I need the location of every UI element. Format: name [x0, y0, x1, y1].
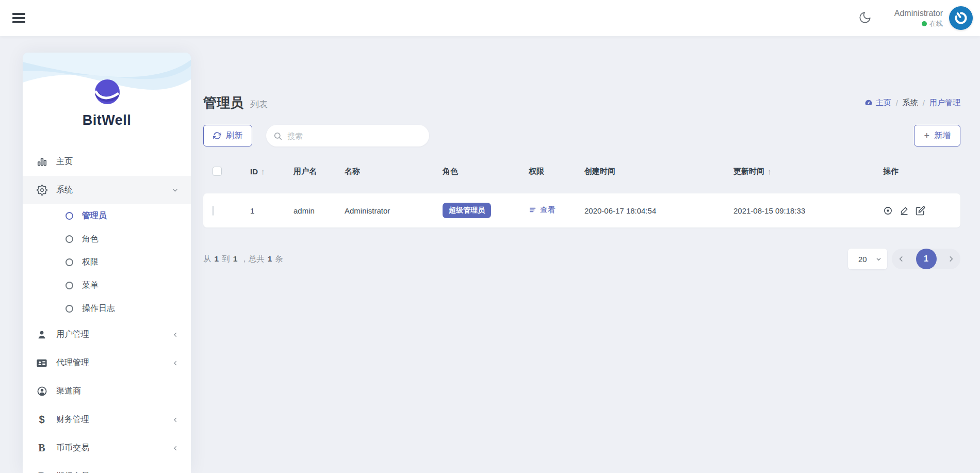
circle-icon [66, 258, 73, 266]
cell-updated-at: 2021-08-15 09:18:33 [724, 206, 874, 215]
row-checkbox[interactable] [213, 206, 214, 216]
select-all-checkbox[interactable] [213, 167, 222, 176]
user-name: Administrator [894, 8, 943, 18]
sidebar-item-permissions[interactable]: 权限 [23, 251, 191, 274]
sidebar-item-home[interactable]: 主页 [23, 148, 191, 176]
search-input[interactable] [287, 132, 416, 140]
sidebar-item-label: 菜单 [82, 280, 99, 291]
quick-edit-button[interactable] [900, 206, 909, 215]
col-updated-at: 更新时间↑ [724, 167, 874, 176]
sidebar-item-operation-log[interactable]: 操作日志 [23, 297, 191, 320]
sidebar-item-menu[interactable]: 菜单 [23, 274, 191, 297]
brand-name: BitWell [23, 112, 191, 128]
sidebar-item-user-management[interactable]: 用户管理 [23, 320, 191, 349]
cell-username: admin [284, 206, 335, 215]
sidebar-item-label: 币币交易 [56, 443, 89, 453]
list-icon [529, 206, 537, 214]
view-button[interactable] [883, 206, 893, 216]
pagination-summary: 从1 到1 ，总共1 条 [203, 254, 283, 265]
sidebar-item-label: 代理管理 [56, 357, 89, 368]
search-box [266, 125, 429, 146]
sidebar-item-spot-trading[interactable]: B 币币交易 [23, 434, 191, 462]
online-dot-icon [922, 21, 927, 26]
toolbar: 刷新 + 新增 [203, 125, 960, 146]
sidebar-item-administrators[interactable]: 管理员 [23, 204, 191, 227]
sidebar-item-options-trading[interactable]: B 期权交易 [23, 462, 191, 473]
sidebar-item-label: 用户管理 [56, 329, 89, 340]
col-created-at: 创建时间 [575, 167, 724, 176]
gear-icon [35, 185, 48, 195]
cell-name: Administrator [335, 206, 433, 215]
chevron-left-icon [897, 255, 905, 263]
sidebar-item-channel[interactable]: 渠道商 [23, 377, 191, 405]
breadcrumb-system: 系统 [903, 98, 918, 108]
titles: 管理员 列表 [203, 94, 268, 112]
refresh-icon [213, 132, 221, 140]
refresh-button[interactable]: 刷新 [203, 125, 252, 146]
power-logo-icon [953, 10, 969, 26]
page-head: 管理员 列表 主页 / 系统 / 用户管理 [203, 91, 960, 115]
sidebar-item-label: 操作日志 [82, 303, 115, 314]
sidebar-item-finance[interactable]: $ 财务管理 [23, 405, 191, 434]
online-label: 在线 [929, 19, 943, 28]
col-name: 名称 [335, 167, 433, 176]
dollar-icon: $ [35, 414, 48, 426]
view-permissions-link[interactable]: 查看 [529, 205, 556, 215]
btc-icon: B [35, 470, 48, 473]
chevron-left-icon [172, 445, 178, 451]
chevron-left-icon [172, 360, 178, 366]
sidebar-menu: 主页 系统 管理员 角色 权限 [23, 148, 191, 473]
prev-page-button[interactable] [892, 249, 910, 269]
table-header: ID↑ 用户名 名称 角色 权限 创建时间 更新时间↑ 操作 [203, 161, 960, 182]
topbar: Administrator 在线 [0, 0, 980, 36]
pager: 1 [892, 249, 960, 269]
pencil-icon [900, 206, 909, 215]
sort-asc-icon[interactable]: ↑ [261, 167, 265, 176]
moon-icon [858, 11, 872, 24]
sidebar-item-label: 主页 [56, 156, 73, 167]
sidebar-item-agent-management[interactable]: 代理管理 [23, 349, 191, 377]
edit-button[interactable] [916, 206, 925, 216]
chevron-down-icon [172, 187, 178, 193]
sort-asc-icon[interactable]: ↑ [767, 167, 772, 176]
id-card-icon [35, 357, 48, 369]
chevron-down-icon [876, 256, 881, 262]
col-id: ID↑ [241, 167, 284, 176]
breadcrumb-home[interactable]: 主页 [864, 98, 891, 108]
currency-b-icon: B [35, 442, 48, 454]
create-button[interactable]: + 新增 [914, 125, 960, 146]
dark-mode-toggle-button[interactable] [857, 10, 873, 26]
cell-id: 1 [241, 206, 284, 215]
breadcrumb-separator: / [896, 99, 898, 107]
chevron-right-icon [948, 255, 955, 263]
user-status: 在线 [894, 19, 943, 28]
hamburger-icon [12, 13, 25, 15]
sidebar-item-label: 管理员 [82, 210, 107, 221]
breadcrumb-current[interactable]: 用户管理 [929, 98, 960, 108]
col-role: 角色 [433, 167, 519, 176]
topbar-right: Administrator 在线 [857, 6, 980, 30]
cell-actions [874, 206, 960, 216]
page-size-select[interactable]: 20 [848, 249, 887, 269]
current-page-button[interactable]: 1 [916, 249, 937, 269]
gauge-icon [864, 99, 873, 107]
cell-permission: 查看 [519, 205, 575, 216]
table-footer: 从1 到1 ，总共1 条 20 1 [203, 248, 960, 270]
search-icon [273, 132, 282, 140]
role-badge: 超级管理员 [443, 203, 491, 218]
bar-chart-icon [35, 156, 48, 167]
sidebar-item-label: 渠道商 [56, 386, 81, 397]
next-page-button[interactable] [942, 249, 960, 269]
user-menu[interactable]: Administrator 在线 [894, 8, 943, 28]
pagination-controls: 20 1 [848, 249, 960, 269]
sidebar-item-label: 财务管理 [56, 414, 89, 425]
sidebar-item-label: 角色 [82, 234, 99, 244]
sidebar-item-roles[interactable]: 角色 [23, 227, 191, 251]
circle-icon [66, 212, 73, 220]
plus-icon: + [924, 131, 929, 140]
eye-icon [883, 206, 893, 216]
sidebar-item-system[interactable]: 系统 [23, 176, 191, 204]
sidebar-toggle-button[interactable] [12, 8, 33, 28]
main-content: 管理员 列表 主页 / 系统 / 用户管理 刷新 [203, 36, 960, 473]
user-avatar[interactable] [949, 6, 973, 30]
